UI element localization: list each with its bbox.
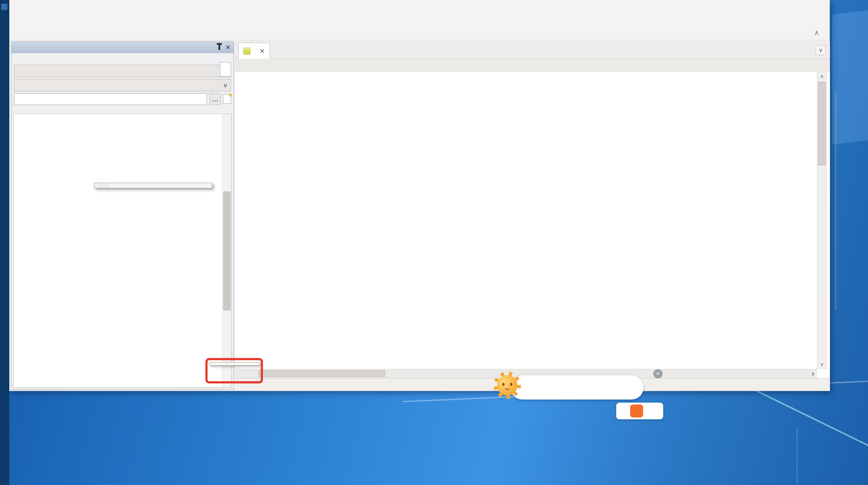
vscrollbar-thumb[interactable] xyxy=(818,82,826,165)
desktop-window-logo-patch xyxy=(832,10,868,145)
object-tree xyxy=(13,114,232,388)
editor-area: × ∨ ∧ ∨ › xyxy=(235,41,830,378)
close-panel-icon[interactable]: × xyxy=(226,42,230,52)
ribbon-toolbar xyxy=(9,0,830,40)
objects-panel-toolbar xyxy=(11,53,234,64)
document-tabbar: × ∨ xyxy=(235,41,830,59)
view-object-icon xyxy=(243,48,250,55)
tree-scrollbar-thumb[interactable] xyxy=(223,191,231,311)
sogou-logo-icon xyxy=(630,404,643,418)
document-tab[interactable]: × xyxy=(238,43,270,59)
pin-icon[interactable] xyxy=(218,45,220,50)
sun-weather-icon[interactable] xyxy=(494,372,521,399)
scroll-down-icon[interactable]: ∨ xyxy=(817,361,827,369)
context-menu xyxy=(94,183,212,188)
toast-close-button[interactable]: × xyxy=(653,369,662,378)
sql-editor[interactable] xyxy=(235,72,816,369)
object-filter-dropdown[interactable]: ∨ xyxy=(14,79,231,91)
editor-subtabs xyxy=(235,59,830,72)
desktop-left-strip xyxy=(0,0,9,485)
app-window: ∧ × ∨ ∨ … xyxy=(9,0,830,391)
search-input[interactable] xyxy=(14,93,207,105)
scroll-up-icon[interactable]: ∧ xyxy=(817,73,827,81)
desktop-light-streak xyxy=(797,427,798,485)
objects-panel: × ∨ ∨ … xyxy=(11,41,234,390)
chevron-down-icon: ∨ xyxy=(223,82,228,89)
desktop: ∧ × ∨ ∨ … xyxy=(0,0,868,485)
new-document-icon[interactable] xyxy=(223,94,231,104)
hscrollbar-thumb[interactable] xyxy=(258,370,385,377)
search-options-button[interactable]: … xyxy=(210,93,221,105)
ime-indicator[interactable] xyxy=(616,403,663,419)
desktop-light-streak xyxy=(835,93,836,310)
panel-corner-box[interactable] xyxy=(220,62,231,77)
desktop-icon-fragment[interactable] xyxy=(1,4,7,10)
toast-bubble[interactable] xyxy=(510,375,644,400)
editor-vscrollbar[interactable]: ∧ ∨ xyxy=(817,72,827,369)
close-tab-icon[interactable]: × xyxy=(259,46,265,56)
sun-face xyxy=(497,375,518,396)
ribbon-collapse-button[interactable]: ∧ xyxy=(812,28,821,37)
objects-panel-titlebar: × xyxy=(11,42,234,53)
tab-list-dropdown[interactable]: ∨ xyxy=(816,45,826,55)
dbms-metadata-submenu xyxy=(209,362,260,366)
scroll-right-icon[interactable]: › xyxy=(812,369,814,378)
schema-filter-dropdown[interactable]: ∨ xyxy=(14,65,231,77)
search-row: … xyxy=(14,93,231,105)
tree-scrollbar[interactable] xyxy=(222,114,231,388)
